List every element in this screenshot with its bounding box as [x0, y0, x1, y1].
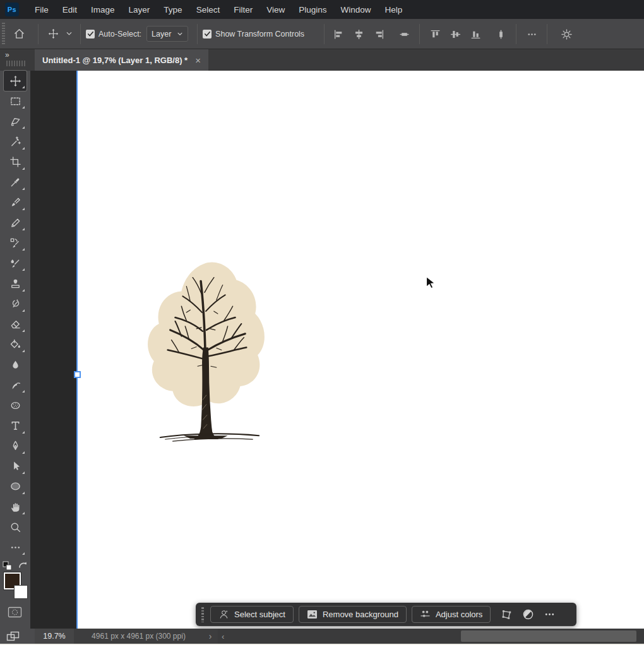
quick-mask-icon[interactable]	[8, 607, 22, 618]
chevron-down-icon	[177, 31, 183, 37]
show-transform-checkbox[interactable]	[203, 30, 212, 38]
adjust-colors-button[interactable]: Adjust colors	[412, 606, 491, 623]
lasso-icon	[9, 115, 21, 127]
menu-file[interactable]: File	[28, 5, 56, 15]
crop-icon	[9, 156, 21, 168]
paint-bucket-tool[interactable]	[4, 334, 27, 355]
clone-stamp-tool[interactable]	[4, 273, 27, 293]
align-left-edges-button[interactable]	[328, 29, 349, 40]
move-tool-icon	[48, 28, 59, 39]
smudge-tool[interactable]	[4, 375, 27, 395]
collapse-panel-button[interactable]: »	[5, 50, 9, 59]
more-icon	[544, 608, 556, 620]
distribute-horizontal-centers-button[interactable]	[491, 29, 511, 40]
pencil-tool[interactable]	[4, 213, 27, 233]
contextual-task-bar: Select subject Remove background Adjust …	[196, 603, 576, 626]
pen-icon	[9, 440, 21, 452]
current-tool-button[interactable]	[44, 23, 63, 45]
scroll-left-arrow[interactable]: ‹	[222, 629, 224, 644]
hand-tool[interactable]	[4, 497, 27, 517]
screen-mode-icon[interactable]	[6, 631, 20, 642]
brush-tool[interactable]	[4, 192, 27, 213]
swap-colors-icon[interactable]	[18, 560, 28, 570]
lasso-tool[interactable]	[4, 111, 27, 131]
more-options-icon	[526, 28, 538, 40]
mixer-brush-tool[interactable]	[4, 253, 27, 273]
zoom-level-field[interactable]: 19.7%	[35, 629, 74, 644]
panel-grip[interactable]	[6, 61, 25, 66]
align-right-edges-button[interactable]	[369, 29, 389, 40]
menu-view[interactable]: View	[259, 5, 292, 15]
more-tools[interactable]	[4, 537, 27, 557]
auto-select-checkbox[interactable]	[86, 30, 95, 38]
home-button[interactable]	[5, 23, 33, 45]
menu-filter[interactable]: Filter	[227, 5, 259, 15]
eyedropper-icon	[9, 176, 21, 188]
default-colors-icon[interactable]	[3, 561, 13, 571]
menu-type[interactable]: Type	[157, 5, 189, 15]
home-icon	[13, 28, 25, 40]
clone-stamp-icon	[9, 278, 21, 290]
eraser-tool[interactable]	[4, 314, 27, 334]
auto-select-target-value: Layer	[152, 30, 171, 38]
align-left-edges-icon	[333, 29, 344, 40]
move-tool[interactable]	[4, 71, 27, 91]
transform-image-button[interactable]	[496, 608, 517, 621]
align-top-edges-button[interactable]	[425, 29, 445, 40]
eraser-icon	[9, 318, 21, 330]
pen-tool[interactable]	[4, 436, 27, 456]
more-task-options-button[interactable]	[539, 608, 560, 620]
gear-icon	[561, 28, 573, 40]
menu-layer[interactable]: Layer	[122, 5, 157, 15]
distribute-vertical-centers-icon	[399, 29, 410, 40]
document-info: 4961 px x 4961 px (300 ppi)	[74, 629, 203, 644]
sponge-tool[interactable]	[4, 395, 27, 415]
close-tab-button[interactable]: ×	[195, 55, 201, 66]
eyedropper-tool[interactable]	[4, 172, 27, 192]
history-brush-tool[interactable]	[4, 294, 27, 314]
menu-select[interactable]: Select	[189, 5, 227, 15]
check-icon	[204, 30, 211, 37]
zoom-tool[interactable]	[4, 517, 27, 537]
remove-background-button[interactable]: Remove background	[299, 606, 407, 623]
auto-select-label: Auto-Select:	[98, 30, 141, 38]
menu-image[interactable]: Image	[84, 5, 122, 15]
mixer-brush-icon	[9, 257, 21, 269]
mouse-cursor	[426, 276, 436, 290]
adjustment-contrast-button[interactable]	[517, 608, 539, 620]
document-tab-title: Untitled-1 @ 19,7% (Layer 1, RGB/8) *	[42, 56, 188, 65]
magic-wand-tool[interactable]	[4, 131, 27, 151]
scrollbar-thumb[interactable]	[461, 630, 636, 642]
color-replacement-tool[interactable]	[4, 233, 27, 253]
select-subject-button[interactable]: Select subject	[210, 606, 294, 623]
more-alignment-options-button[interactable]	[522, 28, 542, 40]
tool-preset-chevron[interactable]	[63, 23, 75, 45]
task-bar-grip[interactable]	[201, 607, 204, 622]
path-selection-tool[interactable]	[4, 456, 27, 476]
select-subject-label: Select subject	[234, 610, 285, 619]
align-vertical-centers-button[interactable]	[445, 29, 465, 40]
menu-help[interactable]: Help	[378, 5, 409, 15]
background-color-swatch[interactable]	[14, 585, 28, 599]
align-bottom-edges-button[interactable]	[465, 29, 486, 40]
chevron-down-icon	[66, 30, 73, 37]
document-tab[interactable]: Untitled-1 @ 19,7% (Layer 1, RGB/8) * ×	[35, 49, 208, 71]
auto-select-target-dropdown[interactable]: Layer	[146, 26, 188, 42]
menu-window[interactable]: Window	[333, 5, 378, 15]
type-tool[interactable]	[4, 415, 27, 435]
workspace-settings-button[interactable]	[556, 28, 576, 40]
blur-tool[interactable]	[4, 355, 27, 375]
rectangular-marquee-tool[interactable]	[4, 91, 27, 111]
ellipse-tool[interactable]	[4, 476, 27, 497]
menu-edit[interactable]: Edit	[56, 5, 84, 15]
crop-tool[interactable]	[4, 152, 27, 172]
show-transform-label: Show Transform Controls	[215, 30, 304, 38]
menu-plugins[interactable]: Plugins	[292, 5, 333, 15]
align-horizontal-centers-button[interactable]	[349, 29, 369, 40]
hand-icon	[9, 501, 21, 513]
horizontal-scrollbar[interactable]: ‹	[218, 629, 644, 644]
color-controls	[0, 560, 30, 629]
transform-left-middle-handle[interactable]	[74, 371, 81, 378]
distribute-vertical-centers-button[interactable]	[394, 29, 414, 40]
status-expand-button[interactable]: ›	[203, 629, 217, 644]
